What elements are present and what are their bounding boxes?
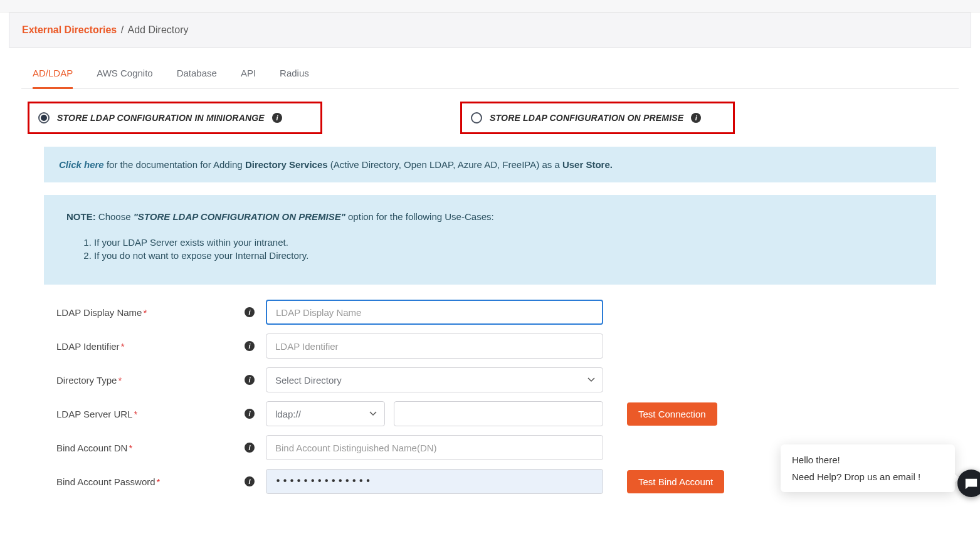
test-bind-account-button[interactable]: Test Bind Account bbox=[627, 470, 724, 493]
breadcrumb-separator: / bbox=[120, 24, 125, 35]
radio-icon bbox=[471, 112, 482, 123]
window-topbar bbox=[0, 0, 980, 13]
info-icon[interactable]: i bbox=[272, 113, 282, 123]
radio-icon bbox=[38, 112, 50, 123]
label-text: Directory Type bbox=[56, 375, 117, 386]
required-asterisk: * bbox=[121, 341, 125, 352]
label-bind-dn: Bind Account DN* bbox=[56, 443, 245, 453]
breadcrumb-current: Add Directory bbox=[128, 24, 189, 35]
note-item-1: If your LDAP Server exists within your i… bbox=[94, 236, 914, 249]
label-directory-type: Directory Type* bbox=[56, 375, 245, 386]
note-banner: NOTE: Choose "STORE LDAP CONFIGURATION O… bbox=[44, 195, 936, 285]
chat-icon bbox=[964, 476, 978, 490]
ldap-display-name-input[interactable] bbox=[266, 300, 603, 325]
tab-database[interactable]: Database bbox=[177, 68, 217, 88]
label-text: LDAP Display Name bbox=[56, 307, 142, 318]
required-asterisk: * bbox=[129, 443, 132, 453]
breadcrumb-parent-link[interactable]: External Directories bbox=[22, 24, 117, 35]
doc-text-pre: for the documentation for Adding bbox=[104, 159, 245, 170]
radio-store-miniorange[interactable]: STORE LDAP CONFIGURATION IN MINIORANGE i bbox=[28, 102, 322, 134]
bind-dn-input[interactable] bbox=[266, 435, 603, 460]
row-directory-type: Directory Type* i Select Directory bbox=[56, 367, 936, 392]
tab-api[interactable]: API bbox=[241, 68, 256, 88]
label-ldap-display-name: LDAP Display Name* bbox=[56, 307, 245, 318]
row-ldap-identifier: LDAP Identifier* i bbox=[56, 334, 936, 359]
doc-text-bold1: Directory Services bbox=[245, 159, 328, 170]
chat-greeting: Hello there! bbox=[792, 454, 944, 465]
info-icon[interactable]: i bbox=[245, 307, 255, 317]
tab-ad-ldap[interactable]: AD/LDAP bbox=[33, 68, 73, 89]
required-asterisk: * bbox=[157, 476, 161, 487]
info-icon[interactable]: i bbox=[245, 476, 255, 486]
info-icon[interactable]: i bbox=[245, 443, 255, 453]
note-post: option for the following Use-Cases: bbox=[345, 211, 494, 222]
note-item-2: If you do not want to expose your Intern… bbox=[94, 249, 914, 262]
label-bind-password: Bind Account Password* bbox=[56, 476, 245, 487]
label-text: Bind Account DN bbox=[56, 443, 127, 453]
breadcrumb: External Directories / Add Directory bbox=[9, 13, 971, 48]
storage-option-row: STORE LDAP CONFIGURATION IN MINIORANGE i… bbox=[21, 89, 959, 142]
ldap-protocol-select[interactable]: ldap:// bbox=[266, 401, 385, 426]
required-asterisk: * bbox=[143, 307, 147, 318]
radio-label: STORE LDAP CONFIGURATION ON PREMISE bbox=[490, 113, 683, 123]
test-connection-button[interactable]: Test Connection bbox=[627, 402, 717, 426]
ldap-server-host-input[interactable] bbox=[394, 401, 603, 426]
label-text: LDAP Server URL bbox=[56, 409, 132, 419]
chat-popup: Hello there! Need Help? Drop us an email… bbox=[781, 444, 955, 492]
info-icon[interactable]: i bbox=[245, 375, 255, 385]
chat-fab[interactable] bbox=[957, 470, 980, 497]
tabs: AD/LDAP AWS Cognito Database API Radius bbox=[21, 54, 959, 89]
label-ldap-server-url: LDAP Server URL* bbox=[56, 409, 245, 419]
doc-link[interactable]: Click here bbox=[59, 159, 104, 170]
label-text: Bind Account Password bbox=[56, 476, 155, 487]
info-icon[interactable]: i bbox=[245, 341, 255, 351]
note-pre: Choose bbox=[96, 211, 134, 222]
info-icon[interactable]: i bbox=[691, 113, 701, 123]
row-ldap-display-name: LDAP Display Name* i bbox=[56, 300, 936, 325]
bind-password-input[interactable] bbox=[266, 469, 603, 494]
tab-aws-cognito[interactable]: AWS Cognito bbox=[97, 68, 152, 88]
directory-type-select[interactable]: Select Directory bbox=[266, 367, 603, 392]
chat-help-text: Need Help? Drop us an email ! bbox=[792, 471, 944, 482]
ldap-identifier-input[interactable] bbox=[266, 334, 603, 359]
doc-banner: Click here for the documentation for Add… bbox=[44, 147, 936, 182]
doc-text-bold2: User Store. bbox=[562, 159, 613, 170]
radio-store-premise[interactable]: STORE LDAP CONFIGURATION ON PREMISE i bbox=[460, 102, 735, 134]
radio-label: STORE LDAP CONFIGURATION IN MINIORANGE bbox=[57, 113, 265, 123]
doc-text-mid: (Active Directory, Open LDAP, Azure AD, … bbox=[328, 159, 562, 170]
label-text: LDAP Identifier bbox=[56, 341, 120, 352]
note-label: NOTE: bbox=[66, 211, 96, 222]
note-list: If your LDAP Server exists within your i… bbox=[94, 236, 914, 262]
tab-radius[interactable]: Radius bbox=[280, 68, 309, 88]
required-asterisk: * bbox=[134, 409, 137, 419]
label-ldap-identifier: LDAP Identifier* bbox=[56, 341, 245, 352]
info-icon[interactable]: i bbox=[245, 409, 255, 419]
row-ldap-server-url: LDAP Server URL* i ldap:// Test Connecti… bbox=[56, 401, 936, 426]
required-asterisk: * bbox=[118, 375, 122, 386]
note-emph: "STORE LDAP CONFIGURATION ON PREMISE" bbox=[134, 211, 345, 222]
